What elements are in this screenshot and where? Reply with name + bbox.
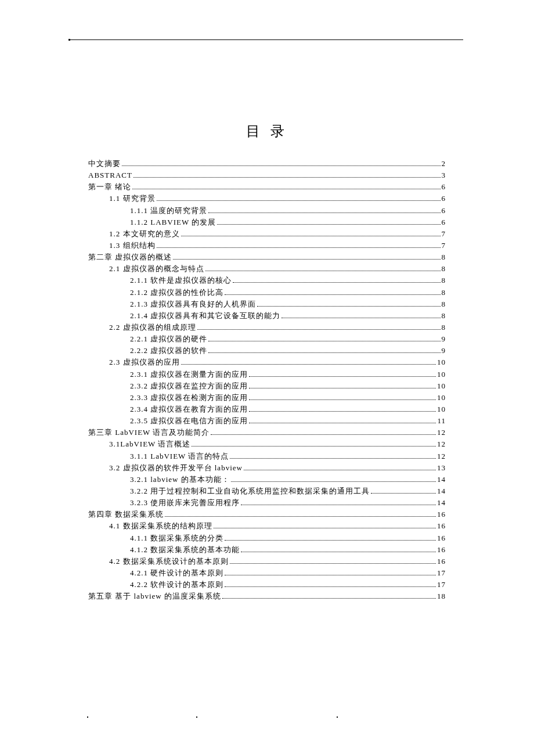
toc-entry: 4.1 数据采集系统的结构原理16: [88, 520, 446, 532]
toc-entry-label: 2.3.5 虚拟仪器在电信方面的应用: [130, 415, 248, 427]
toc-leader-dots: [225, 586, 436, 587]
toc-entry-label: 2.1 虚拟仪器的概念与特点: [109, 263, 204, 275]
toc-leader-dots: [249, 423, 436, 423]
page-top-rule: [68, 39, 463, 40]
toc-entry-label: 2.1.4 虚拟仪器具有和其它设备互联的能力: [130, 310, 280, 322]
toc-entry: 2.3.1 虚拟仪器在测量方面的应用10: [88, 369, 446, 380]
toc-entry-label: 2.3.2 虚拟仪器在监控方面的应用: [130, 380, 248, 392]
toc-leader-dots: [222, 598, 436, 599]
toc-leader-dots: [257, 306, 440, 307]
toc-entry-label: 第四章 数据采集系统: [88, 509, 164, 520]
toc-entry-page: 12: [437, 451, 446, 462]
toc-entry-page: 16: [437, 509, 446, 520]
toc-entry-page: 16: [437, 532, 446, 544]
toc-entry-page: 9: [442, 345, 446, 357]
footer-marks: [87, 717, 447, 719]
toc-entry: 2.1.2 虚拟仪器的性价比高8: [88, 287, 446, 298]
toc-entry-label: 第五章 基于 labview 的温度采集系统: [88, 591, 221, 602]
toc-entry-page: 14: [437, 497, 446, 509]
toc-entry-page: 16: [437, 544, 446, 556]
toc-entry-label: 2.2 虚拟仪器的组成原理: [109, 322, 196, 333]
toc-entry-label: 1.1.1 温度的研究背景: [130, 205, 207, 217]
toc-leader-dots: [217, 224, 440, 225]
toc-leader-dots: [230, 563, 436, 564]
toc-leader-dots: [181, 364, 436, 365]
toc-entry-page: 7: [442, 228, 446, 240]
toc-entry: 3.1LabVIEW 语言概述12: [88, 438, 446, 450]
toc-leader-dots: [181, 236, 441, 236]
toc-entry-label: ABSTRACT: [88, 170, 132, 181]
toc-entry-label: 2.1.3 虚拟仪器具有良好的人机界面: [130, 298, 256, 310]
toc-entry-page: 14: [437, 474, 446, 485]
toc-entry-label: 2.3.1 虚拟仪器在测量方面的应用: [130, 369, 248, 380]
toc-entry-page: 12: [437, 438, 446, 450]
toc-leader-dots: [225, 294, 440, 295]
toc-leader-dots: [205, 271, 441, 271]
toc-entry-page: 12: [437, 427, 446, 438]
toc-entry-page: 8: [442, 251, 446, 263]
toc-entry: 2.1.4 虚拟仪器具有和其它设备互联的能力8: [88, 310, 446, 322]
toc-entry-page: 9: [442, 333, 446, 345]
toc-entry-page: 13: [437, 462, 446, 474]
toc-leader-dots: [233, 282, 440, 283]
toc-entry: 4.2.2 软件设计的基本原则17: [88, 579, 446, 591]
toc-entry-page: 3: [442, 170, 446, 181]
toc-entry-page: 16: [437, 520, 446, 532]
toc-leader-dots: [241, 552, 436, 552]
toc-entry-label: 第二章 虚拟仪器的概述: [88, 251, 172, 263]
toc-entry-page: 17: [437, 579, 446, 591]
toc-entry-page: 10: [437, 380, 446, 392]
toc-entry-label: 3.2 虚拟仪器的软件开发平台 labview: [109, 462, 243, 474]
toc-entry: 第四章 数据采集系统16: [88, 509, 446, 520]
toc-entry: 第二章 虚拟仪器的概述8: [88, 251, 446, 263]
toc-entry: 2.1.3 虚拟仪器具有良好的人机界面8: [88, 298, 446, 310]
toc-entry: 中文摘要2: [88, 158, 446, 170]
page-content: 目 录 中文摘要2ABSTRACT3第一章 绪论61.1 研究背景61.1.1 …: [0, 0, 534, 602]
toc-entry-label: 2.2.1 虚拟仪器的硬件: [130, 333, 207, 345]
toc-entry-page: 8: [442, 287, 446, 298]
toc-entry-label: 4.2.1 硬件设计的基本原则: [130, 567, 223, 579]
toc-entry-label: 1.3 组织结构: [109, 240, 156, 251]
toc-entry-page: 8: [442, 298, 446, 310]
toc-leader-dots: [241, 505, 436, 505]
toc-entry: 3.2.2 用于过程控制和工业自动化系统用监控和数据采集的通用工具14: [88, 485, 446, 497]
toc-entry-label: 第一章 绪论: [88, 181, 131, 193]
toc-entry-label: 4.1 数据采集系统的结构原理: [109, 520, 212, 532]
toc-entry-label: 3.1LabVIEW 语言概述: [109, 438, 190, 450]
toc-leader-dots: [249, 411, 436, 412]
toc-entry-label: 4.1.2 数据采集系统的基本功能: [130, 544, 240, 556]
toc-entry: 2.3.4 虚拟仪器在教育方面的应用10: [88, 404, 446, 415]
toc-entry-label: 1.2 本文研究的意义: [109, 228, 180, 240]
toc-entry: 2.3 虚拟仪器的应用10: [88, 357, 446, 368]
toc-entry-page: 17: [437, 567, 446, 579]
toc-entry-page: 6: [442, 217, 446, 228]
toc-entry: 4.1.1 数据采集系统的分类16: [88, 532, 446, 544]
toc-entry-page: 10: [437, 357, 446, 368]
toc-entry-label: 1.1 研究背景: [109, 193, 156, 204]
toc-entry: 4.2 数据采集系统设计的基本原则16: [88, 556, 446, 567]
toc-entry-page: 14: [437, 485, 446, 497]
toc-entry-page: 11: [437, 415, 446, 427]
table-of-contents: 中文摘要2ABSTRACT3第一章 绪论61.1 研究背景61.1.1 温度的研…: [88, 158, 446, 602]
toc-leader-dots: [249, 388, 436, 388]
toc-entry: 2.3.5 虚拟仪器在电信方面的应用11: [88, 415, 446, 427]
toc-entry: 第三章 LabVIEW 语言及功能简介12: [88, 427, 446, 438]
toc-leader-dots: [165, 516, 436, 517]
toc-leader-dots: [157, 200, 441, 201]
toc-entry: 第一章 绪论6: [88, 181, 446, 193]
toc-leader-dots: [157, 247, 441, 248]
toc-leader-dots: [244, 470, 436, 470]
toc-entry: 第五章 基于 labview 的温度采集系统18: [88, 591, 446, 602]
toc-leader-dots: [225, 575, 436, 575]
toc-entry: 2.3.3 虚拟仪器在检测方面的应用10: [88, 392, 446, 404]
toc-entry-label: 4.2 数据采集系统设计的基本原则: [109, 556, 229, 567]
toc-entry-label: 中文摘要: [88, 158, 121, 170]
toc-entry-page: 8: [442, 275, 446, 286]
toc-leader-dots: [214, 528, 436, 528]
toc-leader-dots: [208, 352, 440, 353]
toc-leader-dots: [122, 165, 441, 166]
toc-entry: 3.2.1 labview 的基本功能：14: [88, 474, 446, 485]
toc-entry-label: 2.2.2 虚拟仪器的软件: [130, 345, 207, 357]
toc-entry-page: 6: [442, 193, 446, 204]
toc-leader-dots: [371, 493, 436, 494]
